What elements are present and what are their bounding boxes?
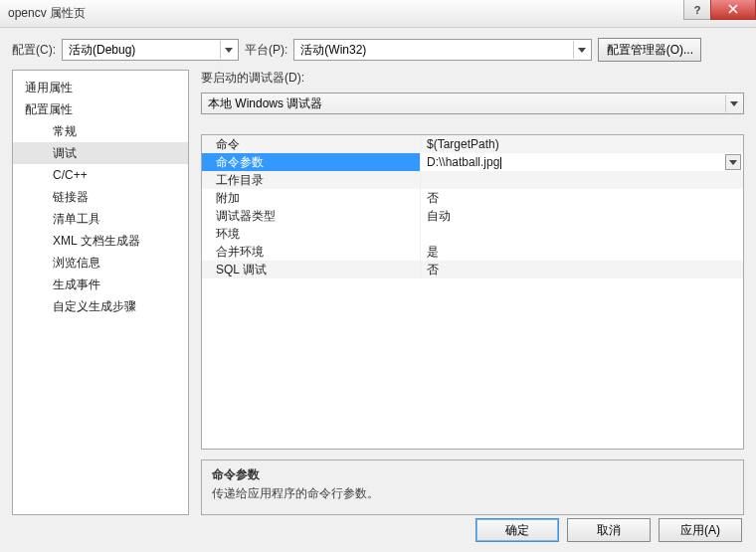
grid-cell-value[interactable] <box>421 225 743 243</box>
window-title: opencv 属性页 <box>8 5 86 22</box>
dialog-buttons: 确定 取消 应用(A) <box>475 518 742 542</box>
debugger-combo[interactable]: 本地 Windows 调试器 <box>201 92 744 114</box>
chevron-down-icon <box>725 94 741 112</box>
apply-button[interactable]: 应用(A) <box>659 518 742 542</box>
grid-cell-name: 工作目录 <box>202 171 421 189</box>
close-icon <box>728 3 738 17</box>
tree-item[interactable]: 生成事件 <box>13 274 188 295</box>
chevron-down-icon <box>573 41 589 59</box>
config-combo-value: 活动(Debug) <box>69 42 135 59</box>
config-toolbar: 配置(C): 活动(Debug) 平台(P): 活动(Win32) 配置管理器(… <box>0 28 756 70</box>
grid-cell-name: 附加 <box>202 189 421 207</box>
description-panel: 命令参数 传递给应用程序的命令行参数。 <box>201 460 744 515</box>
description-text: 传递给应用程序的命令行参数。 <box>212 485 733 502</box>
tree-item[interactable]: 常规 <box>13 120 188 142</box>
property-grid[interactable]: 命令$(TargetPath)命令参数D:\\hatball.jpg工作目录附加… <box>201 134 744 450</box>
platform-label: 平台(P): <box>245 42 287 59</box>
grid-cell-name: 命令参数 <box>202 153 421 171</box>
grid-row[interactable]: 命令参数D:\\hatball.jpg <box>202 153 743 171</box>
grid-row[interactable]: 命令$(TargetPath) <box>202 135 743 153</box>
grid-row[interactable]: 调试器类型自动 <box>202 207 743 225</box>
grid-cell-value[interactable] <box>421 171 743 189</box>
tree-item[interactable]: 链接器 <box>13 186 188 208</box>
tree-view[interactable]: 通用属性配置属性常规调试C/C++链接器清单工具XML 文档生成器浏览信息生成事… <box>12 70 189 515</box>
close-button[interactable] <box>710 0 756 20</box>
grid-cell-value[interactable]: 自动 <box>421 207 743 225</box>
chevron-down-icon[interactable] <box>725 154 741 170</box>
tree-item[interactable]: XML 文档生成器 <box>13 230 188 252</box>
grid-cell-value[interactable]: 否 <box>421 261 743 278</box>
config-label: 配置(C): <box>12 42 56 59</box>
grid-cell-name: SQL 调试 <box>202 261 421 278</box>
grid-row[interactable]: 合并环境是 <box>202 243 743 261</box>
right-column: 要启动的调试器(D): 本地 Windows 调试器 命令$(TargetPat… <box>201 70 744 515</box>
grid-cell-value[interactable]: 是 <box>421 243 743 261</box>
grid-cell-value[interactable]: D:\\hatball.jpg <box>421 153 743 171</box>
main-area: 通用属性配置属性常规调试C/C++链接器清单工具XML 文档生成器浏览信息生成事… <box>0 70 756 515</box>
tree-item[interactable]: C/C++ <box>13 164 188 186</box>
help-button[interactable]: ? <box>683 0 711 20</box>
grid-row[interactable]: SQL 调试否 <box>202 261 743 278</box>
grid-cell-value[interactable]: $(TargetPath) <box>421 135 743 153</box>
grid-cell-name: 命令 <box>202 135 421 153</box>
tree-item[interactable]: 配置属性 <box>13 98 188 120</box>
titlebar-buttons: ? <box>684 0 756 20</box>
description-title: 命令参数 <box>212 466 733 483</box>
tree-item[interactable]: 自定义生成步骤 <box>13 295 188 317</box>
cancel-button[interactable]: 取消 <box>567 518 651 542</box>
grid-cell-name: 调试器类型 <box>202 207 421 225</box>
titlebar: opencv 属性页 ? <box>0 0 756 28</box>
grid-cell-value[interactable]: 否 <box>421 189 743 207</box>
grid-row[interactable]: 环境 <box>202 225 743 243</box>
config-combo[interactable]: 活动(Debug) <box>62 39 239 61</box>
tree-item[interactable]: 调试 <box>13 142 188 164</box>
grid-cell-name: 环境 <box>202 225 421 243</box>
grid-row[interactable]: 附加否 <box>202 189 743 207</box>
help-icon: ? <box>694 4 701 16</box>
debugger-combo-value: 本地 Windows 调试器 <box>208 95 322 112</box>
debugger-label: 要启动的调试器(D): <box>201 70 744 87</box>
tree-item[interactable]: 清单工具 <box>13 208 188 230</box>
chevron-down-icon <box>220 41 236 59</box>
config-manager-button[interactable]: 配置管理器(O)... <box>598 38 701 62</box>
tree-item[interactable]: 浏览信息 <box>13 252 188 274</box>
tree-item[interactable]: 通用属性 <box>13 77 188 98</box>
platform-combo[interactable]: 活动(Win32) <box>293 39 592 61</box>
grid-cell-name: 合并环境 <box>202 243 421 261</box>
ok-button[interactable]: 确定 <box>475 518 559 542</box>
platform-combo-value: 活动(Win32) <box>300 42 366 59</box>
grid-row[interactable]: 工作目录 <box>202 171 743 189</box>
